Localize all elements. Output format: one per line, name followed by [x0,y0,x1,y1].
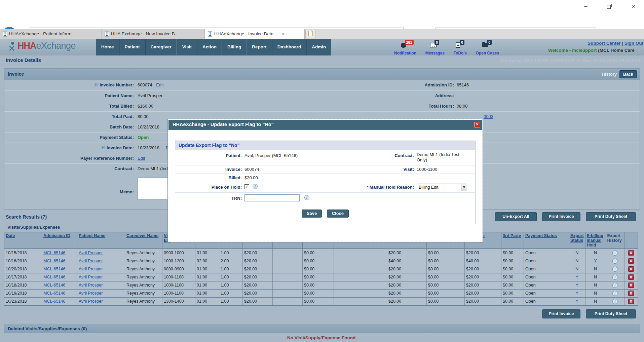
nav-item-action[interactable]: Action [197,39,222,55]
column-header[interactable]: E-billing manual Hold [585,232,606,249]
field-label: Batch Date: [4,124,134,129]
nav-item-patient[interactable]: Patient [119,39,145,55]
back-page-button[interactable]: Back [619,70,637,78]
table-cell: Reyes Anthony [125,297,162,305]
ebilling-hold-link[interactable]: Y [594,259,597,263]
delete-icon[interactable]: X [628,282,634,288]
restore-button[interactable] [601,2,616,11]
admission-id-link[interactable]: MCL-65146 [43,259,65,263]
manual-hold-reason-select[interactable]: Billing Edit ▼ [417,184,467,191]
export-status-link[interactable]: Y [576,291,578,296]
tab-close-icon[interactable]: × [282,29,285,39]
modal-close-button[interactable]: × [474,122,480,127]
admission-id-link[interactable]: MCL-65146 [43,275,65,279]
column-header[interactable]: Payment Status [524,232,569,249]
column-header[interactable]: Date [4,232,42,249]
nav-item-admin[interactable]: Admin [306,39,331,55]
tab-3[interactable]: HHAeXchange - Invoice Deta...× [205,29,305,39]
edit-link[interactable]: Edit [138,156,145,161]
delete-icon[interactable]: X [628,291,634,296]
minimize-button[interactable]: – [578,2,593,11]
print-duty-sheet-bottom-button[interactable]: Print Duty Sheet [586,309,636,318]
print-duty-sheet-button[interactable]: Print Duty Sheet [586,212,636,221]
table-cell [362,257,387,265]
info-icon[interactable]: i [612,267,617,272]
place-on-hold-checkbox[interactable]: ✓ [244,184,249,189]
delete-cell: X [624,281,638,289]
partial-link[interactable]: 0003 [484,114,493,119]
status-item-messages[interactable]: 0Messages [425,40,445,55]
table-cell: Open [524,281,569,289]
admission-id-link[interactable]: MCL-65146 [43,267,65,271]
history-link[interactable]: History [602,72,617,77]
column-header[interactable]: Caregiver Name [125,232,162,249]
column-header[interactable]: Admission ID [42,232,77,249]
column-header[interactable]: 3rd Party [501,232,524,249]
nav-item-billing[interactable]: Billing [222,39,247,55]
trn-input[interactable] [244,194,300,201]
export-status-link[interactable]: Y [576,299,578,304]
print-invoice-bottom-button[interactable]: Print Invoice [542,309,580,318]
patient-name-link[interactable]: Avril Prosper [79,299,103,304]
info-icon[interactable]: i [612,275,617,280]
modal-section-header: Update Export Flag to "No" [175,141,475,150]
nav-item-dashboard[interactable]: Dashboard [272,39,307,55]
status-item-notification[interactable]: 281Notification [394,40,416,55]
column-header[interactable]: Patient Name [77,232,125,249]
patient-name-link[interactable]: Avril Prosper [79,251,103,255]
status-label: Notification [394,51,416,55]
patient-name-link[interactable]: Avril Prosper [79,275,103,279]
delete-icon[interactable]: X [628,258,634,264]
info-icon[interactable]: i [612,251,617,256]
nav-item-report[interactable]: Report [247,39,272,55]
admission-id-link[interactable]: MCL-65146 [43,283,65,288]
new-tab-button[interactable] [305,30,315,38]
table-cell: $0.00 [501,273,524,281]
column-header[interactable]: Export Status [569,232,585,249]
logo-person-icon [7,41,17,53]
info-icon[interactable]: i [612,259,617,264]
support-center-link[interactable]: Support Center [588,41,620,46]
delete-icon[interactable]: X [628,299,634,304]
patient-name-link[interactable]: Avril Prosper [79,259,103,263]
export-status-link[interactable]: Y [576,275,578,279]
table-cell: 1.00 [219,273,243,281]
close-button[interactable]: Close [327,210,349,218]
print-invoice-button[interactable]: Print Invoice [542,212,580,221]
un-export-all-button[interactable]: Un-Export All [495,212,537,221]
table-cell: 1.00 [219,249,243,257]
nav-item-visit[interactable]: Visit [177,39,197,55]
admission-id-link[interactable]: MCL-65146 [43,251,65,255]
trn-info-icon[interactable]: i [304,195,309,200]
tab-title: HHA Exchange - New Invoice B... [111,29,179,39]
table-cell: N [585,289,606,297]
nav-item-home[interactable]: Home [96,39,119,55]
save-button[interactable]: Save [302,210,322,218]
status-item-open-cases[interactable]: 0Open Cases [476,40,499,55]
patient-name-link[interactable]: Avril Prosper [79,291,103,296]
edit-link[interactable]: Edit [156,82,163,87]
info-icon[interactable]: i [612,283,617,288]
admission-id-link[interactable]: MCL-65146 [43,291,65,296]
delete-icon[interactable]: X [628,266,634,272]
nav-item-caregiver[interactable]: Caregiver [145,39,177,55]
export-status-link[interactable]: Y [576,283,578,288]
hold-info-icon[interactable]: i [253,184,258,189]
delete-icon[interactable]: X [628,250,634,256]
delete-icon[interactable]: X [628,274,634,280]
table-cell: Avril Prosper [77,297,125,305]
held-marker: H [102,145,105,150]
sign-out-link[interactable]: Sign Out [624,41,643,46]
status-item-todo-s[interactable]: 0ToDo's [454,40,467,55]
info-icon[interactable]: i [612,291,617,296]
table-cell: 10/18/2018 [4,281,42,289]
tab-1[interactable]: HHAeXchange - Patient Inform... [0,29,102,39]
admission-id-link[interactable]: MCL-65146 [43,299,65,304]
patient-name-link[interactable]: Avril Prosper [79,267,103,271]
tab-2[interactable]: HHA Exchange - New Invoice B... [102,29,205,39]
export-history-cell: i [606,257,624,265]
tab-strip: HHAeXchange - Invoice Deta...×HHA Exchan… [0,29,644,39]
patient-name-link[interactable]: Avril Prosper [79,283,103,288]
close-window-button[interactable]: × [626,2,641,11]
info-icon[interactable]: i [612,299,617,304]
